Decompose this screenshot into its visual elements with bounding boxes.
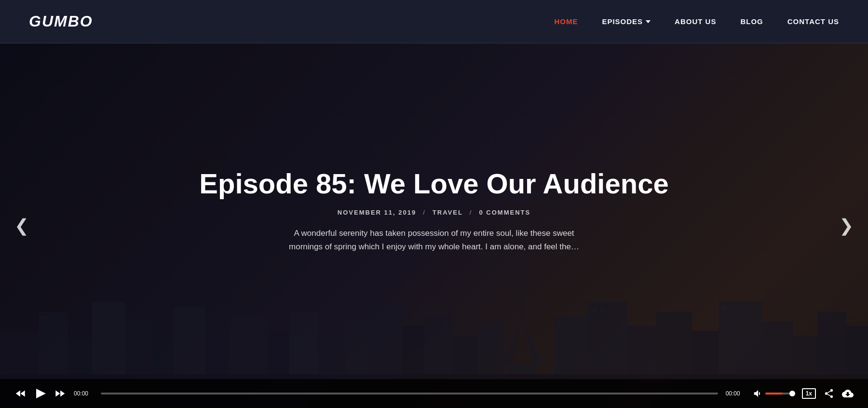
download-button[interactable] <box>842 388 854 399</box>
speed-button[interactable]: 1x <box>802 388 816 399</box>
nav-link-contact[interactable]: CONTACT US <box>787 17 839 26</box>
nav-link-home[interactable]: HOME <box>554 17 578 26</box>
forward-button[interactable] <box>54 387 66 400</box>
audio-player: 00:00 00:00 1x <box>0 379 868 408</box>
nav-link-about[interactable]: ABOUT US <box>675 17 716 26</box>
volume-icon <box>753 388 763 399</box>
nav-links: HOME EPISODES ABOUT US BLOG CONTACT US <box>554 17 839 26</box>
rewind-button[interactable] <box>14 387 27 400</box>
volume-control <box>753 388 794 399</box>
play-icon <box>36 389 46 398</box>
episode-comments: 0 COMMENTS <box>479 209 530 216</box>
nav-item-blog[interactable]: BLOG <box>740 17 763 26</box>
nav-link-episodes[interactable]: EPISODES <box>602 17 651 26</box>
share-icon <box>824 388 834 399</box>
play-button[interactable] <box>35 389 46 398</box>
episode-date: NOVEMBER 11, 2019 <box>338 209 416 216</box>
episode-meta: NOVEMBER 11, 2019 / TRAVEL / 0 COMMENTS <box>199 209 668 216</box>
nav-item-episodes[interactable]: EPISODES <box>602 17 651 26</box>
volume-fill <box>765 393 783 394</box>
hero-section: ❮ ❯ Episode 85: We Love Our Audience NOV… <box>0 43 868 408</box>
share-button[interactable] <box>824 388 834 399</box>
download-icon <box>842 388 854 399</box>
meta-separator-2: / <box>470 209 473 216</box>
volume-icon-button[interactable] <box>753 388 763 399</box>
episode-category: TRAVEL <box>433 209 463 216</box>
total-time: 00:00 <box>726 390 745 397</box>
chevron-down-icon <box>646 20 651 23</box>
forward-icon <box>54 387 66 400</box>
episode-title: Episode 85: We Love Our Audience <box>199 168 668 199</box>
volume-thumb <box>789 391 795 396</box>
nav-link-blog[interactable]: BLOG <box>740 17 763 26</box>
next-arrow-button[interactable]: ❯ <box>829 211 863 241</box>
nav-item-contact[interactable]: CONTACT US <box>787 17 839 26</box>
episode-description: A wonderful serenity has taken possessio… <box>285 227 583 255</box>
meta-separator-1: / <box>423 209 426 216</box>
progress-bar[interactable] <box>101 393 718 394</box>
main-nav: GUMBO HOME EPISODES ABOUT US BLOG CONTAC… <box>0 0 868 43</box>
current-time: 00:00 <box>74 390 93 397</box>
volume-bar[interactable] <box>765 393 794 394</box>
rewind-icon <box>14 387 27 400</box>
site-logo[interactable]: GUMBO <box>29 13 93 30</box>
nav-item-home[interactable]: HOME <box>554 17 578 26</box>
nav-item-about[interactable]: ABOUT US <box>675 17 716 26</box>
hero-content: Episode 85: We Love Our Audience NOVEMBE… <box>103 168 765 255</box>
prev-arrow-button[interactable]: ❮ <box>5 211 39 241</box>
